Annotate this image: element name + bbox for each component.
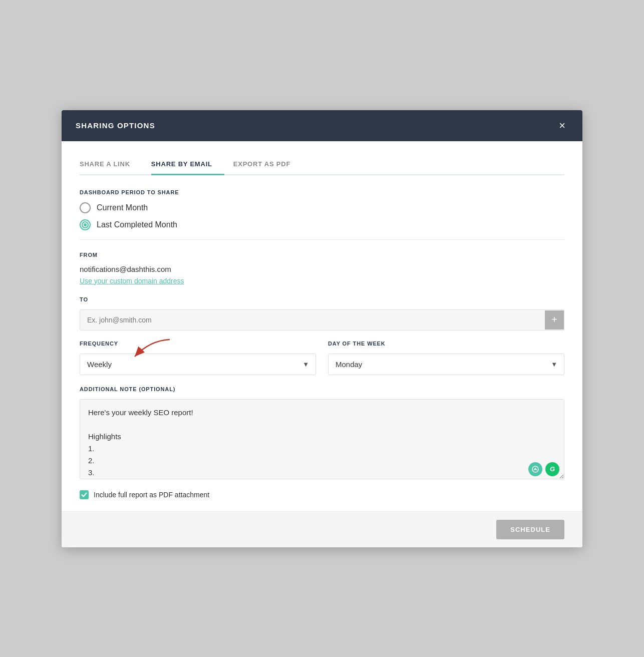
pdf-checkbox-row[interactable]: Include full report as PDF attachment [80,490,564,499]
note-textarea[interactable]: Here's your weekly SEO report! Highlight… [80,399,564,479]
radio-label-current: Current Month [97,203,148,212]
from-email: notifications@dashthis.com [80,265,564,273]
to-email-input[interactable] [80,310,545,330]
frequency-select[interactable]: Daily Weekly Monthly [80,354,316,375]
radio-label-last: Last Completed Month [97,220,177,229]
spellcheck-icon[interactable] [528,462,542,476]
pdf-checkbox-label: Include full report as PDF attachment [94,491,209,499]
to-input-row: + [80,309,564,331]
radio-last-completed[interactable]: Last Completed Month [80,219,564,230]
add-recipient-button[interactable]: + [545,310,564,330]
day-select-wrapper: Monday Tuesday Wednesday Thursday Friday… [328,354,564,375]
divider-1 [80,239,564,240]
frequency-label: FREQUENCY [80,341,316,347]
note-section: ADDITIONAL NOTE (OPTIONAL) Here's your w… [80,386,564,481]
textarea-wrapper: Here's your weekly SEO report! Highlight… [80,399,564,481]
day-column: DAY OF THE WEEK Monday Tuesday Wednesday… [328,341,564,375]
frequency-select-wrapper: Daily Weekly Monthly ▼ [80,354,316,375]
custom-domain-link[interactable]: Use your custom domain address [80,277,184,285]
day-label: DAY OF THE WEEK [328,341,564,347]
tab-export-pdf[interactable]: EXPORT AS PDF [233,155,302,175]
period-label: DASHBOARD PERIOD TO SHARE [80,189,564,195]
close-button[interactable]: × [556,119,568,132]
note-label: ADDITIONAL NOTE (OPTIONAL) [80,386,564,392]
radio-current-month[interactable]: Current Month [80,202,564,213]
modal-title: SHARING OPTIONS [76,121,155,130]
sharing-options-modal: SHARING OPTIONS × SHARE A LINK SHARE BY … [62,110,582,547]
frequency-column: FREQUENCY Daily Weekly Monthly ▼ [80,341,316,375]
modal-body: SHARE A LINK SHARE BY EMAIL EXPORT AS PD… [62,141,582,499]
frequency-day-row: FREQUENCY Daily Weekly Monthly ▼ DAY OF … [80,341,564,375]
tab-share-link[interactable]: SHARE A LINK [80,155,142,175]
radio-circle-current [80,202,91,213]
radio-circle-last [80,219,91,230]
textarea-icons: G [528,462,559,476]
to-section: TO + [80,296,564,331]
schedule-button[interactable]: SCHEDULE [496,520,564,539]
day-select[interactable]: Monday Tuesday Wednesday Thursday Friday… [328,354,564,375]
tabs-container: SHARE A LINK SHARE BY EMAIL EXPORT AS PD… [80,155,564,175]
from-label: FROM [80,252,564,258]
to-label: TO [80,296,564,302]
pdf-checkbox[interactable] [80,490,89,499]
from-section: FROM notifications@dashthis.com Use your… [80,252,564,285]
modal-footer: SCHEDULE [62,511,582,547]
tab-share-email[interactable]: SHARE BY EMAIL [151,155,224,175]
grammarly-icon[interactable]: G [545,462,559,476]
period-section: DASHBOARD PERIOD TO SHARE Current Month … [80,189,564,230]
modal-header: SHARING OPTIONS × [62,110,582,141]
